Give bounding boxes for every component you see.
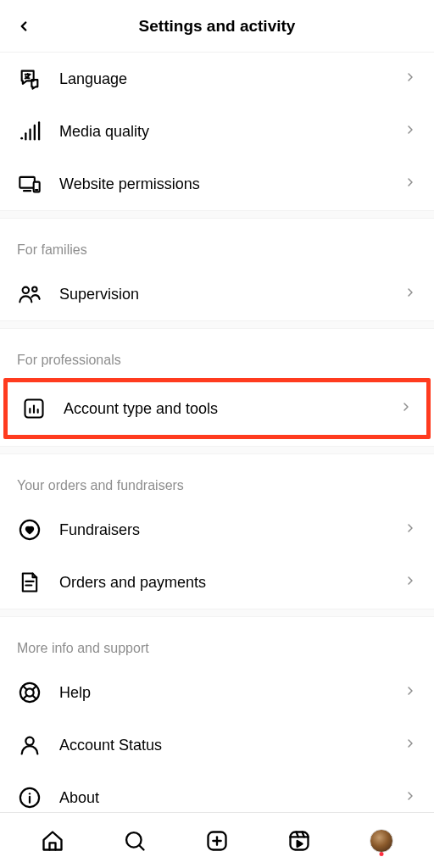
receipt-icon	[17, 570, 42, 595]
section-gap	[0, 210, 434, 219]
row-website-permissions[interactable]: Website permissions	[0, 158, 434, 210]
section-header-info-support: More info and support	[0, 617, 434, 666]
row-label-account-type: Account type and tools	[64, 400, 399, 418]
svg-point-26	[29, 793, 31, 794]
avatar	[370, 829, 393, 853]
nav-home[interactable]	[36, 824, 70, 858]
account-status-icon	[17, 732, 42, 758]
row-account-type-tools[interactable]: Account type and tools	[8, 382, 426, 435]
chevron-right-icon	[403, 70, 417, 87]
row-label-supervision: Supervision	[59, 286, 403, 303]
chevron-right-icon	[403, 521, 417, 538]
svg-line-22	[23, 695, 27, 699]
row-about[interactable]: About	[0, 771, 434, 812]
reels-icon	[287, 829, 311, 853]
search-icon	[123, 829, 147, 853]
nav-reels[interactable]	[282, 824, 316, 858]
row-media-quality[interactable]: Media quality	[0, 105, 434, 158]
section-header-professionals: For professionals	[0, 329, 434, 378]
page-title: Settings and activity	[12, 17, 422, 36]
nav-profile[interactable]	[364, 824, 398, 858]
cellular-bars-icon	[17, 119, 42, 144]
svg-line-21	[32, 686, 36, 690]
chevron-right-icon	[403, 123, 417, 140]
chevron-right-icon	[403, 286, 417, 303]
header: Settings and activity	[0, 0, 434, 53]
home-icon	[41, 829, 64, 853]
svg-rect-33	[290, 832, 308, 849]
row-supervision[interactable]: Supervision	[0, 268, 434, 320]
row-label-website-permissions: Website permissions	[59, 175, 403, 193]
row-label-account-status: Account Status	[59, 737, 403, 754]
bottom-nav	[0, 812, 434, 868]
section-header-orders: Your orders and fundraisers	[0, 454, 434, 504]
section-header-families: For families	[0, 219, 434, 268]
row-help[interactable]: Help	[0, 666, 434, 719]
row-label-help: Help	[59, 684, 403, 702]
row-label-language: Language	[59, 70, 403, 88]
row-fundraisers[interactable]: Fundraisers	[0, 504, 434, 556]
svg-point-0	[20, 137, 23, 140]
info-icon	[17, 785, 42, 810]
section-gap	[0, 609, 434, 617]
svg-point-9	[23, 287, 29, 293]
insights-icon	[21, 396, 47, 421]
language-icon	[17, 66, 42, 92]
back-button[interactable]	[8, 11, 39, 42]
notification-dot	[379, 852, 383, 856]
chevron-left-icon	[16, 19, 31, 34]
nav-create[interactable]	[200, 824, 234, 858]
help-icon	[17, 680, 42, 705]
row-orders-payments[interactable]: Orders and payments	[0, 556, 434, 609]
row-label-media-quality: Media quality	[59, 123, 403, 141]
section-gap	[0, 446, 434, 454]
plus-square-icon	[205, 829, 229, 853]
chevron-right-icon	[403, 574, 417, 591]
svg-point-24	[25, 737, 33, 745]
row-language[interactable]: Language	[0, 53, 434, 105]
row-account-status[interactable]: Account Status	[0, 719, 434, 771]
chevron-right-icon	[399, 400, 413, 417]
chevron-right-icon	[403, 175, 417, 192]
supervision-icon	[17, 281, 42, 307]
section-gap	[0, 320, 434, 329]
svg-line-20	[23, 686, 27, 690]
nav-search[interactable]	[118, 824, 152, 858]
svg-point-10	[32, 287, 36, 291]
svg-line-23	[32, 695, 36, 699]
row-label-about: About	[59, 789, 403, 807]
fundraisers-icon	[17, 517, 42, 542]
chevron-right-icon	[403, 737, 417, 754]
svg-line-29	[139, 845, 143, 849]
svg-rect-5	[19, 177, 35, 188]
row-label-fundraisers: Fundraisers	[59, 521, 403, 539]
chevron-right-icon	[403, 789, 417, 806]
chevron-right-icon	[403, 684, 417, 701]
highlight-box: Account type and tools	[3, 378, 431, 439]
devices-icon	[17, 171, 42, 197]
row-label-orders-payments: Orders and payments	[59, 574, 403, 592]
